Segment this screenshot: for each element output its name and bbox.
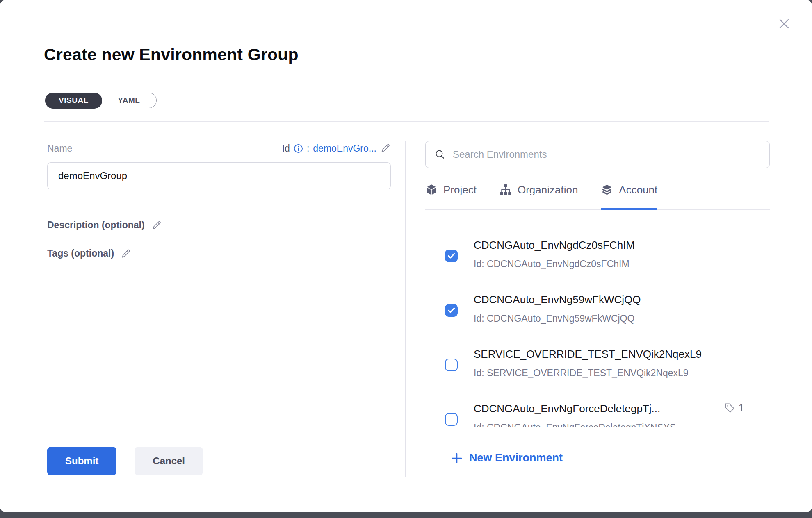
environment-checkbox[interactable] (445, 359, 458, 371)
search-box (425, 141, 770, 168)
tag-count-badge: 1 (724, 402, 744, 414)
edit-id-button[interactable] (380, 143, 391, 154)
new-environment-label: New Environment (469, 452, 563, 464)
environment-id: Id: CDCNGAuto_EnvNgForceDeletegpTjXNSYS (474, 422, 676, 427)
search-input[interactable] (425, 141, 770, 168)
tag-icon (724, 402, 735, 413)
group-form: Name Id : demoEnvGro... Description (opt… (47, 141, 391, 259)
environment-row[interactable]: CDCNGAuto_EnvNgForceDeletegpTj... Id: CD… (425, 391, 770, 427)
header-divider (44, 121, 769, 122)
check-icon (447, 252, 456, 260)
tab-label: Account (619, 184, 657, 196)
id-block: Id : demoEnvGro... (282, 143, 391, 154)
name-input[interactable] (47, 162, 391, 189)
environment-row[interactable]: CDCNGAuto_EnvNgdCz0sFChIM Id: CDCNGAuto_… (425, 227, 770, 282)
info-icon[interactable] (294, 144, 303, 153)
create-environment-group-dialog: Create new Environment Group VISUAL YAML… (0, 0, 812, 512)
page-title: Create new Environment Group (44, 45, 299, 64)
environment-name: CDCNGAuto_EnvNgdCz0sFChIM (474, 239, 635, 252)
environment-id: Id: SERVICE_OVERRIDE_TEST_ENVQik2NqexL9 (474, 368, 702, 379)
environment-texts: SERVICE_OVERRIDE_TEST_ENVQik2NqexL9 Id: … (474, 348, 702, 379)
environment-id: Id: CDCNGAuto_EnvNg59wFkWCjQQ (474, 313, 641, 324)
cancel-button[interactable]: Cancel (135, 447, 203, 475)
footer-actions: Submit Cancel (47, 447, 203, 475)
panel-divider (405, 141, 406, 477)
environment-checkbox[interactable] (445, 413, 458, 426)
tags-label: Tags (optional) (47, 248, 114, 259)
org-chart-icon (500, 184, 512, 196)
tab-label: Organization (518, 184, 578, 196)
description-label: Description (optional) (47, 220, 145, 231)
toggle-yaml[interactable]: YAML (102, 93, 156, 108)
environment-texts: CDCNGAuto_EnvNgForceDeletegpTj... Id: CD… (474, 402, 676, 427)
tab-label: Project (443, 184, 477, 196)
environment-name: CDCNGAuto_EnvNg59wFkWCjQQ (474, 293, 641, 306)
check-icon (447, 306, 456, 315)
environment-texts: CDCNGAuto_EnvNg59wFkWCjQQ Id: CDCNGAuto_… (474, 293, 641, 324)
environment-checkbox[interactable] (445, 250, 458, 262)
tab-organization[interactable]: Organization (500, 182, 578, 209)
edit-tags-button[interactable] (121, 248, 131, 259)
environment-id: Id: CDCNGAuto_EnvNgdCz0sFChIM (474, 259, 635, 270)
name-label: Name (47, 143, 72, 154)
id-separator: : (307, 143, 309, 154)
tag-count-value: 1 (739, 402, 744, 414)
toggle-visual[interactable]: VISUAL (45, 93, 103, 109)
environment-row[interactable]: CDCNGAuto_EnvNg59wFkWCjQQ Id: CDCNGAuto_… (425, 282, 770, 336)
pencil-icon (151, 220, 162, 231)
close-icon (777, 16, 791, 31)
environments-panel: Project Organization Account CDCNGAuto_E… (425, 141, 770, 464)
close-button[interactable] (775, 15, 793, 33)
scope-tabs: Project Organization Account (425, 182, 770, 210)
environment-texts: CDCNGAuto_EnvNgdCz0sFChIM Id: CDCNGAuto_… (474, 239, 635, 270)
pencil-icon (121, 248, 131, 259)
environment-list: CDCNGAuto_EnvNgdCz0sFChIM Id: CDCNGAuto_… (425, 210, 770, 427)
environment-name: CDCNGAuto_EnvNgForceDeletegpTj... (474, 402, 676, 415)
id-label: Id (282, 143, 290, 154)
environment-checkbox[interactable] (445, 304, 458, 317)
layers-icon (601, 184, 613, 196)
search-icon (434, 149, 446, 160)
cube-icon (425, 184, 438, 196)
new-environment-button[interactable]: New Environment (451, 452, 563, 464)
id-value[interactable]: demoEnvGro... (313, 143, 376, 154)
submit-button[interactable]: Submit (47, 447, 116, 475)
pencil-icon (380, 143, 391, 154)
plus-icon (451, 452, 463, 464)
edit-description-button[interactable] (151, 220, 162, 231)
visual-yaml-toggle: VISUAL YAML (45, 93, 157, 108)
tab-project[interactable]: Project (425, 182, 477, 209)
environment-name: SERVICE_OVERRIDE_TEST_ENVQik2NqexL9 (474, 348, 702, 361)
tab-account[interactable]: Account (601, 182, 657, 209)
environment-row[interactable]: SERVICE_OVERRIDE_TEST_ENVQik2NqexL9 Id: … (425, 336, 770, 391)
